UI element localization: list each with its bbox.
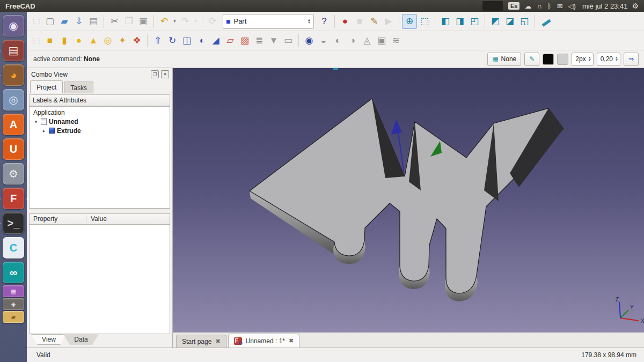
- workbench-spinner-icon[interactable]: ▲▼: [308, 19, 311, 24]
- part-boolean-cut-button[interactable]: ◐: [331, 34, 345, 48]
- launcher-terminal[interactable]: >_: [3, 212, 24, 234]
- volume-icon[interactable]: ◁): [568, 3, 576, 10]
- undo-button[interactable]: ↶: [157, 14, 171, 28]
- 3d-scene[interactable]: X Y Z: [173, 68, 644, 333]
- property-table-body[interactable]: [29, 225, 170, 334]
- part-cross-sections-button[interactable]: ≋: [389, 34, 403, 48]
- clock[interactable]: mié jul 2 23:41: [582, 2, 628, 10]
- paste-button[interactable]: ▣: [136, 14, 150, 28]
- view-rear-button[interactable]: ◩: [488, 14, 502, 28]
- redo-dropdown[interactable]: ▾: [193, 14, 199, 28]
- face-color-swatch[interactable]: [557, 54, 568, 65]
- line-color-swatch[interactable]: [543, 54, 554, 65]
- expander-open-icon[interactable]: ▾: [33, 119, 39, 124]
- macro-edit-button[interactable]: ✎: [367, 14, 381, 28]
- open-document-button[interactable]: ▰: [57, 14, 71, 28]
- close-tab-icon[interactable]: ✖: [215, 338, 220, 345]
- print-button[interactable]: ▤: [86, 14, 100, 28]
- launcher-firefox[interactable]: ◕: [3, 64, 24, 86]
- part-mirror-button[interactable]: ◫: [180, 34, 194, 48]
- launcher-system-settings[interactable]: ⚙: [3, 163, 24, 184]
- part-cylinder-button[interactable]: ▮: [57, 34, 71, 48]
- draft-snap-button[interactable]: ✎: [524, 53, 539, 66]
- part-ruled-surface-button[interactable]: ▨: [238, 34, 252, 48]
- view-axonometric-button[interactable]: ⬚: [418, 14, 431, 28]
- property-column-header[interactable]: Property: [30, 215, 86, 223]
- launcher-c-editor[interactable]: C: [3, 237, 24, 258]
- z-axis-arrowhead[interactable]: [391, 120, 402, 135]
- macro-record-button[interactable]: ●: [338, 14, 352, 28]
- part-check-geometry-button[interactable]: ◬: [360, 34, 374, 48]
- launcher-media-app[interactable]: ▦: [3, 285, 24, 297]
- tab-project[interactable]: Project: [30, 80, 63, 93]
- working-plane-button[interactable]: ▦ None: [487, 53, 521, 66]
- save-document-button[interactable]: ⇩: [72, 14, 86, 28]
- launcher-freecad[interactable]: F: [3, 188, 24, 209]
- close-tab-icon[interactable]: ✖: [289, 337, 294, 344]
- part-boolean-common-button[interactable]: ◒: [317, 34, 331, 48]
- part-primitives-button[interactable]: ✦: [115, 34, 129, 48]
- macro-stop-button[interactable]: ■: [353, 14, 367, 28]
- close-panel-icon[interactable]: ✕: [161, 70, 169, 78]
- extrude-shape-top-face[interactable]: [250, 99, 564, 293]
- launcher-notes-folder[interactable]: ▰: [3, 311, 24, 323]
- expander-closed-icon[interactable]: ▸: [41, 128, 47, 134]
- macro-play-button[interactable]: ▶: [382, 14, 396, 28]
- part-box-section-button[interactable]: ▣: [375, 34, 389, 48]
- part-boolean-union-button[interactable]: ◉: [302, 34, 316, 48]
- tab-view[interactable]: View: [31, 334, 67, 345]
- part-offset-button[interactable]: ▭: [281, 34, 295, 48]
- launcher-dash[interactable]: ◉: [3, 15, 24, 36]
- 3d-viewport[interactable]: X Y Z: [173, 68, 644, 333]
- launcher-arduino[interactable]: ∞: [3, 262, 24, 283]
- toolbar-drag-handle[interactable]: ⋮⋮: [31, 18, 41, 25]
- refresh-button[interactable]: ⟳: [206, 14, 219, 28]
- cloud-icon[interactable]: ☁: [524, 3, 531, 10]
- launcher-ubuntu-one[interactable]: U: [3, 138, 24, 160]
- tab-tasks[interactable]: Tasks: [64, 82, 93, 93]
- view-right-button[interactable]: ◨: [453, 14, 467, 28]
- tab-start-page[interactable]: Start page ✖: [176, 335, 226, 348]
- tree-item-document[interactable]: ▾ Unnamed: [30, 117, 170, 126]
- tree-item-extrude[interactable]: ▸ Extrude: [30, 126, 170, 135]
- part-chamfer-button[interactable]: ◢: [209, 34, 223, 48]
- float-panel-icon[interactable]: ❐: [151, 70, 159, 78]
- launcher-gimp[interactable]: ◈: [3, 298, 24, 310]
- part-cone-button[interactable]: ▲: [86, 34, 100, 48]
- keyboard-layout-indicator[interactable]: Es: [508, 2, 519, 10]
- view-left-button[interactable]: ◪: [503, 14, 517, 28]
- part-sphere-button[interactable]: ●: [72, 34, 86, 48]
- view-front-button[interactable]: ◧: [438, 14, 452, 28]
- part-loft-button[interactable]: ≣: [252, 34, 266, 48]
- draft-toggle-mode-button[interactable]: ⇒: [624, 53, 639, 66]
- wifi-icon[interactable]: ∩: [537, 3, 541, 10]
- line-width-spinbox[interactable]: 2px ▲▼: [572, 53, 593, 66]
- launcher-software-center[interactable]: A: [3, 114, 24, 135]
- cut-button[interactable]: ✂: [107, 14, 121, 28]
- bluetooth-icon[interactable]: ᛒ: [547, 3, 552, 10]
- session-menu-icon[interactable]: ⚙: [632, 2, 639, 10]
- new-document-button[interactable]: ▢: [43, 14, 57, 28]
- part-extrude-button[interactable]: ⇧: [151, 34, 165, 48]
- value-column-header[interactable]: Value: [86, 215, 107, 223]
- launcher-chromium[interactable]: ◎: [3, 89, 24, 110]
- measure-button[interactable]: ▬: [536, 11, 555, 31]
- part-revolve-button[interactable]: ↻: [165, 34, 179, 48]
- view-bottom-button[interactable]: ◱: [517, 14, 531, 28]
- tab-data[interactable]: Data: [63, 334, 99, 345]
- whats-this-button[interactable]: ?: [317, 14, 331, 28]
- redo-button[interactable]: ↷: [178, 14, 192, 28]
- launcher-files[interactable]: ▤: [3, 40, 24, 61]
- spinner-arrows-icon[interactable]: ▲▼: [588, 56, 591, 62]
- copy-button[interactable]: ❐: [122, 14, 136, 28]
- undo-dropdown[interactable]: ▾: [172, 14, 178, 28]
- fit-all-button[interactable]: ⊕: [402, 14, 417, 29]
- spinner-arrows-icon[interactable]: ▲▼: [615, 56, 618, 62]
- panel-splitter[interactable]: ····: [27, 209, 172, 213]
- tab-unnamed-document[interactable]: F⚙ Unnamed : 1* ✖: [228, 334, 300, 348]
- view-top-button[interactable]: ◰: [467, 14, 481, 28]
- part-make-face-button[interactable]: ▱: [223, 34, 237, 48]
- part-shapebuilder-button[interactable]: ❖: [130, 34, 144, 48]
- workbench-selector[interactable]: ■ Part ▲▼: [223, 14, 314, 29]
- toolbar-drag-handle[interactable]: ⋮⋮: [31, 37, 41, 45]
